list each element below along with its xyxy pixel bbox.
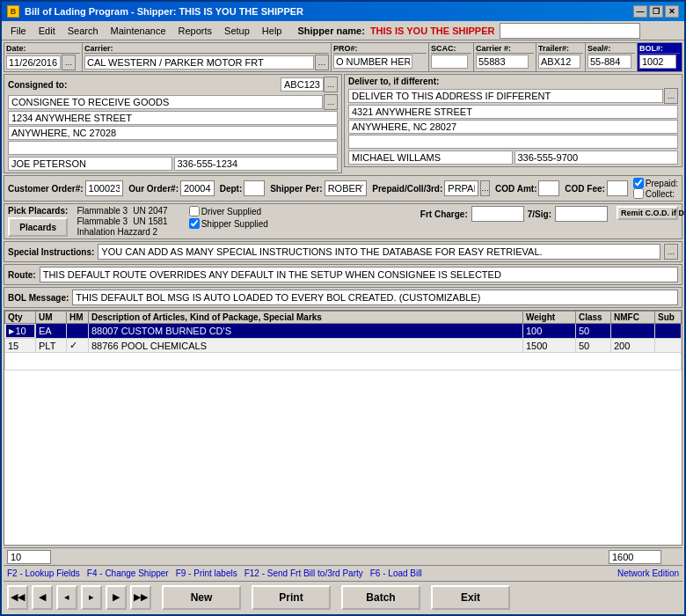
deliver-phone[interactable] [514, 150, 679, 165]
consigned-badge: ABC123 [281, 77, 324, 92]
seal-input[interactable] [587, 55, 631, 69]
cust-order-input[interactable] [85, 180, 124, 196]
nav-bar: ◀◀ ◀ ◂ ▸ ▶ ▶▶ New Print Batch Exit [4, 581, 682, 612]
menu-file[interactable]: File [5, 24, 32, 38]
title-bar: B Bill of Lading Program - Shipper: THIS… [2, 2, 684, 21]
deliver-line1[interactable] [348, 89, 663, 103]
shortcut-f2[interactable]: F2 - Lookup Fields [7, 568, 80, 578]
prepaid-ellipsis[interactable]: … [480, 180, 490, 196]
special-instructions-ellipsis[interactable]: … [664, 244, 678, 260]
window-title: Bill of Lading Program - Shipper: THIS I… [25, 6, 633, 17]
deliver-line1-ellipsis[interactable]: … [664, 88, 678, 104]
consigned-line4[interactable] [8, 141, 338, 155]
menu-edit[interactable]: Edit [33, 24, 61, 38]
minimize-button[interactable]: — [633, 5, 647, 18]
menu-help[interactable]: Help [257, 24, 288, 38]
nav-first-button[interactable]: ◀◀ [7, 585, 28, 610]
shipper-name-input[interactable] [500, 23, 640, 39]
prepaid-input[interactable] [444, 180, 478, 196]
shipper-supplied-label: Shipper Supplied [201, 219, 268, 229]
carrier-ellipsis[interactable]: … [315, 55, 329, 70]
frt-charge-input[interactable] [471, 206, 524, 222]
sig-input[interactable] [555, 206, 608, 222]
pro-input[interactable] [333, 55, 412, 69]
scac-label: SCAC: [431, 44, 471, 54]
date-input[interactable] [6, 55, 61, 70]
driver-supplied-checkbox[interactable] [189, 206, 200, 216]
nav-last-button[interactable]: ▶▶ [130, 585, 151, 610]
new-button[interactable]: New [162, 585, 241, 610]
route-input[interactable] [40, 267, 678, 282]
prepaid-label: Prepaid/Coll/3rd: [372, 184, 442, 194]
cod-amt-input[interactable] [538, 180, 559, 196]
bol-message-input[interactable] [72, 290, 678, 305]
placards-button[interactable]: Placards [8, 217, 68, 237]
table-row-empty[interactable] [5, 353, 682, 370]
date-cell: Date: … [4, 43, 82, 71]
cell-um-2: PLT [36, 339, 67, 353]
nav-next-small-button[interactable]: ▸ [81, 585, 102, 610]
restore-button[interactable]: ❐ [649, 5, 663, 18]
route-label: Route: [8, 270, 36, 280]
bol-input[interactable] [639, 55, 676, 69]
special-instructions-input[interactable] [98, 244, 660, 260]
cell-hm-1 [67, 324, 89, 339]
address-section: Consigned to: ABC123 … … [4, 74, 682, 173]
deliver-line3[interactable] [348, 120, 678, 134]
carrier-input[interactable] [84, 55, 314, 70]
shipper-supplied-checkbox[interactable] [189, 218, 200, 229]
exit-button[interactable]: Exit [431, 585, 510, 610]
total-qty-display[interactable] [7, 550, 51, 564]
close-button[interactable]: ✕ [665, 5, 679, 18]
menu-maintenance[interactable]: Maintenance [106, 24, 172, 38]
deliver-line2[interactable] [348, 105, 678, 119]
shortcut-f12[interactable]: F12 - Send Frt Bill to/3rd Party [244, 568, 363, 578]
consigned-badge-ellipsis[interactable]: … [324, 77, 338, 92]
col-sub: Sub [655, 312, 682, 324]
nav-prev-button[interactable]: ◀ [32, 585, 53, 610]
cell-um-1: EA [36, 324, 67, 339]
print-button[interactable]: Print [252, 585, 331, 610]
shipper-per-input[interactable] [325, 180, 368, 196]
shortcut-f9[interactable]: F9 - Print labels [176, 568, 237, 578]
cod-fee-input[interactable] [607, 180, 628, 196]
driver-supplied-row: Driver Supplied [189, 206, 268, 216]
prepaid-checkbox[interactable] [633, 178, 644, 188]
col-qty: Qty [5, 312, 36, 324]
col-weight: Weight [523, 312, 576, 324]
consigned-line2[interactable] [8, 111, 338, 125]
menu-search[interactable]: Search [62, 24, 104, 38]
carriernum-input[interactable] [476, 55, 529, 69]
prepaid-check-label: Prepaid: [646, 179, 678, 188]
consigned-line1[interactable] [8, 95, 323, 109]
menu-reports[interactable]: Reports [173, 24, 218, 38]
collect-checkbox[interactable] [633, 188, 644, 199]
nav-prev-small-button[interactable]: ◂ [56, 585, 77, 610]
deliver-label: Deliver to, if different: [348, 77, 439, 86]
consigned-line1-ellipsis[interactable]: … [324, 94, 338, 110]
deliver-contact[interactable] [348, 150, 513, 165]
deliver-line4[interactable] [348, 135, 678, 149]
table-row[interactable]: ▶ 10 EA 88007 CUSTOM BURNED CD'S 100 50 [5, 324, 682, 339]
pick-placards-label: Pick Placards: [8, 206, 68, 216]
consigned-line3[interactable] [8, 126, 338, 140]
table-row[interactable]: 15 PLT ✓ 88766 POOL CHEMICALS 1500 50 20… [5, 339, 682, 353]
pro-label: PRO#: [333, 44, 427, 54]
nav-next-button[interactable]: ▶ [106, 585, 127, 610]
dept-input[interactable] [244, 180, 265, 196]
trailer-input[interactable] [538, 55, 580, 69]
cod-fee-label: COD Fee: [565, 184, 605, 194]
shortcut-f4[interactable]: F4 - Change Shipper [87, 568, 169, 578]
shortcut-f6[interactable]: F6 - Load Bill [370, 568, 422, 578]
date-ellipsis[interactable]: … [62, 55, 76, 70]
menu-setup[interactable]: Setup [219, 24, 255, 38]
remit-cod-button[interactable]: Remit C.O.D. if Different Address [617, 206, 678, 220]
consigned-contact[interactable] [8, 157, 172, 171]
consigned-phone[interactable] [174, 157, 339, 171]
total-weight-display[interactable] [609, 550, 661, 564]
scac-input[interactable] [431, 55, 468, 69]
batch-button[interactable]: Batch [341, 585, 420, 610]
our-order-input[interactable] [180, 180, 215, 196]
window-controls: — ❐ ✕ [633, 5, 679, 18]
col-nmfc: NMFC [611, 312, 655, 324]
